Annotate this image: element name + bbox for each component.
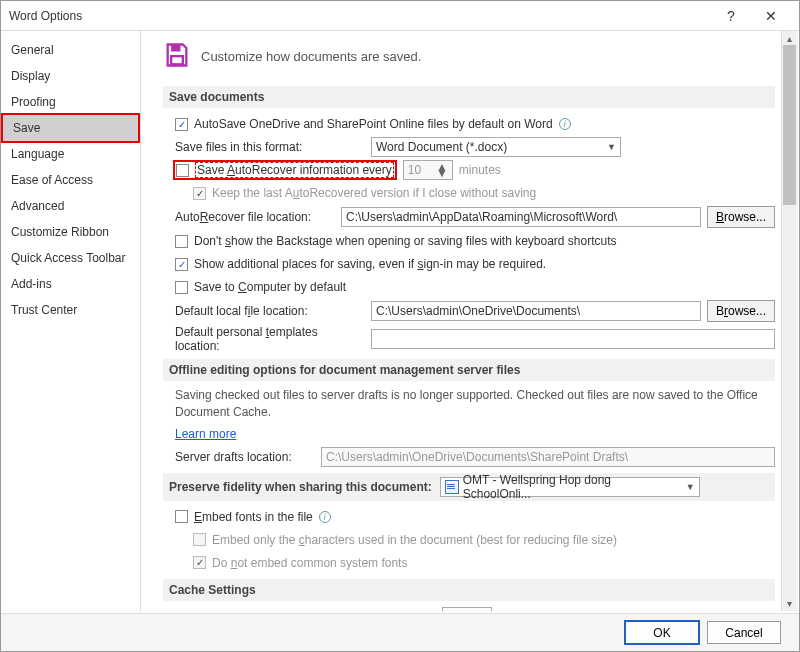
- chevron-down-icon: ▼: [686, 482, 695, 492]
- ok-button[interactable]: OK: [625, 621, 699, 644]
- days-keep-spinner[interactable]: 14 ▲▼: [442, 607, 492, 611]
- autosave-label: AutoSave OneDrive and SharePoint Online …: [194, 117, 553, 131]
- keep-last-label: Keep the last AutoRecovered version if I…: [212, 186, 536, 200]
- browse-button-1[interactable]: Browse...: [707, 206, 775, 228]
- show-additional-places-checkbox[interactable]: [175, 258, 188, 271]
- section-cache-settings: Cache Settings: [163, 579, 775, 601]
- scroll-down-icon[interactable]: ▾: [783, 597, 796, 610]
- save-to-computer-label: Save to Computer by default: [194, 280, 346, 294]
- server-drafts-label: Server drafts location:: [175, 450, 315, 464]
- sidebar-item-proofing[interactable]: Proofing: [1, 89, 140, 115]
- svg-rect-1: [171, 56, 183, 64]
- default-personal-templates-input[interactable]: [371, 329, 775, 349]
- scrollbar[interactable]: ▴ ▾: [781, 31, 798, 611]
- default-personal-templates-label: Default personal templates location:: [175, 325, 365, 353]
- embed-fonts-label: Embed fonts in the file: [194, 510, 313, 524]
- autorecover-location-input[interactable]: C:\Users\admin\AppData\Roaming\Microsoft…: [341, 207, 701, 227]
- section-preserve-fidelity: Preserve fidelity when sharing this docu…: [163, 473, 775, 501]
- sidebar-item-save[interactable]: Save: [3, 115, 138, 141]
- autorecover-checkbox[interactable]: [176, 164, 189, 177]
- days-keep-label: Days to keep files in the Office Documen…: [175, 610, 436, 611]
- document-icon: [445, 480, 459, 494]
- help-button[interactable]: ?: [711, 8, 751, 24]
- sidebar-item-advanced[interactable]: Advanced: [1, 193, 140, 219]
- browse-button-2[interactable]: Browse...: [707, 300, 775, 322]
- info-icon[interactable]: [559, 118, 571, 130]
- sidebar-item-quick-access-toolbar[interactable]: Quick Access Toolbar: [1, 245, 140, 271]
- sidebar-item-general[interactable]: General: [1, 37, 140, 63]
- embed-fonts-checkbox[interactable]: [175, 510, 188, 523]
- minutes-label: minutes: [459, 163, 501, 177]
- autorecover-location-label: AutoRecover file location:: [175, 210, 335, 224]
- sidebar-nav: General Display Proofing Save Language E…: [1, 31, 141, 611]
- titlebar: Word Options ? ✕: [1, 1, 799, 31]
- show-additional-places-label: Show additional places for saving, even …: [194, 257, 546, 271]
- sidebar-item-display[interactable]: Display: [1, 63, 140, 89]
- sidebar-item-trust-center[interactable]: Trust Center: [1, 297, 140, 323]
- scroll-up-icon[interactable]: ▴: [783, 32, 796, 45]
- autosave-checkbox[interactable]: [175, 118, 188, 131]
- autorecover-label: Save AutoRecover information every: [195, 162, 394, 178]
- save-to-computer-checkbox[interactable]: [175, 281, 188, 294]
- section-offline-editing: Offline editing options for document man…: [163, 359, 775, 381]
- close-button[interactable]: ✕: [751, 8, 791, 24]
- do-not-embed-common-label: Do not embed common system fonts: [212, 556, 407, 570]
- dialog-footer: OK Cancel: [1, 613, 799, 651]
- save-format-select[interactable]: Word Document (*.docx)▼: [371, 137, 621, 157]
- dont-show-backstage-checkbox[interactable]: [175, 235, 188, 248]
- sidebar-item-language[interactable]: Language: [1, 141, 140, 167]
- sidebar-item-customize-ribbon[interactable]: Customize Ribbon: [1, 219, 140, 245]
- section-save-documents: Save documents: [163, 86, 775, 108]
- page-heading: Customize how documents are saved.: [201, 49, 421, 64]
- chevron-down-icon: ▼: [607, 142, 616, 152]
- preserve-document-select[interactable]: OMT - Wellspring Hop dong SchoolOnli... …: [440, 477, 700, 497]
- do-not-embed-common-checkbox: [193, 556, 206, 569]
- embed-only-characters-checkbox: [193, 533, 206, 546]
- sidebar-item-ease-of-access[interactable]: Ease of Access: [1, 167, 140, 193]
- svg-rect-0: [171, 45, 180, 52]
- offline-note: Saving checked out files to server draft…: [175, 387, 775, 421]
- embed-only-characters-label: Embed only the characters used in the do…: [212, 533, 617, 547]
- default-local-location-label: Default local file location:: [175, 304, 365, 318]
- learn-more-link[interactable]: Learn more: [175, 427, 236, 441]
- keep-last-checkbox: [193, 187, 206, 200]
- main-panel: ▴ ▾ Customize how documents are saved. S…: [141, 31, 799, 611]
- window-title: Word Options: [9, 9, 711, 23]
- sidebar-item-add-ins[interactable]: Add-ins: [1, 271, 140, 297]
- server-drafts-input: C:\Users\admin\OneDrive\Documents\ShareP…: [321, 447, 775, 467]
- dont-show-backstage-label: Don't show the Backstage when opening or…: [194, 234, 617, 248]
- default-local-location-input[interactable]: C:\Users\admin\OneDrive\Documents\: [371, 301, 701, 321]
- scroll-thumb[interactable]: [783, 45, 796, 205]
- save-format-label: Save files in this format:: [175, 140, 365, 154]
- save-disk-icon: [163, 41, 191, 72]
- info-icon[interactable]: [319, 511, 331, 523]
- cancel-button[interactable]: Cancel: [707, 621, 781, 644]
- autorecover-minutes-spinner[interactable]: 10 ▲▼: [403, 160, 453, 180]
